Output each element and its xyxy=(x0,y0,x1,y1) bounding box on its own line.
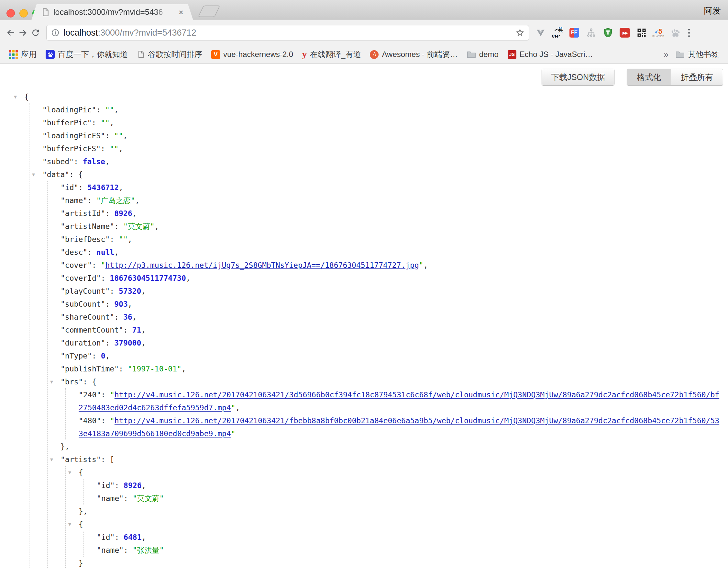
bookmark-vue-hackernews[interactable]: V vue-hackernews-2.0 xyxy=(207,50,298,59)
collapse-toggle-icon[interactable]: ▼ xyxy=(14,90,17,103)
collapse-toggle-icon[interactable]: ▼ xyxy=(50,453,53,466)
json-punct: : xyxy=(114,222,123,230)
json-punct: { xyxy=(24,93,29,101)
bookmark-google-sort[interactable]: 谷歌按时间排序 xyxy=(132,49,207,60)
json-punct: : xyxy=(105,209,114,217)
bookmark-label: 应用 xyxy=(21,49,37,60)
json-value: 57320 xyxy=(119,287,141,295)
json-line: "subCount": 903, xyxy=(48,298,721,311)
other-bookmarks-folder[interactable]: 其他书签 xyxy=(671,49,723,60)
collapse-toggle-icon[interactable]: ▼ xyxy=(68,466,71,479)
json-key: "name" xyxy=(97,494,124,503)
json-line: "publishTime": "1997-10-01", xyxy=(48,362,721,375)
page-info-icon[interactable] xyxy=(51,28,60,37)
json-key: "id" xyxy=(97,481,115,490)
fast-forward-icon[interactable]: ▶▶ xyxy=(619,26,631,39)
json-punct: , xyxy=(128,300,132,308)
paw-extension-icon[interactable] xyxy=(669,26,681,39)
translate-icon[interactable]: 英 en xyxy=(552,26,563,39)
bookmark-awesomes[interactable]: A Awesomes - 前端资… xyxy=(365,49,462,60)
json-punct: : xyxy=(101,391,110,399)
bookmark-baidu[interactable]: 百度一下，你就知道 xyxy=(41,49,132,60)
close-window-icon[interactable] xyxy=(6,9,15,17)
json-key: "shareCount" xyxy=(61,313,114,321)
bookmark-star-icon[interactable] xyxy=(515,28,525,38)
refresh-button[interactable] xyxy=(29,26,42,40)
json-line: ▼{ xyxy=(24,90,721,103)
json-line: "loadingPicFS": "", xyxy=(29,129,721,142)
json-key: "brs" xyxy=(61,378,83,386)
folder-icon xyxy=(676,50,685,58)
json-key: "bufferPicFS" xyxy=(42,144,101,153)
sitemap-icon[interactable] xyxy=(585,26,597,39)
json-line: "cover": "http://p3.music.126.net/ijUg7s… xyxy=(48,259,721,272)
json-key: "artistId" xyxy=(61,209,105,217)
json-punct: , xyxy=(114,248,119,256)
url-host: localhost xyxy=(63,28,98,38)
json-line: "nType": 0, xyxy=(48,350,721,362)
json-key: "240" xyxy=(79,391,101,399)
json-punct: : xyxy=(110,287,119,295)
bookmark-echojs[interactable]: JS Echo JS - JavaScri… xyxy=(503,50,598,59)
json-value: "" xyxy=(119,235,128,243)
json-punct: : xyxy=(96,106,105,114)
json-punct: , xyxy=(128,235,132,243)
vue-devtools-icon[interactable] xyxy=(535,26,546,39)
json-punct: , xyxy=(105,352,110,360)
json-punct: : xyxy=(87,248,96,256)
bookmarks-overflow-icon[interactable]: » xyxy=(661,50,671,60)
qr-code-icon[interactable] xyxy=(636,26,647,39)
json-line: "artistName": "莫文蔚", xyxy=(48,220,721,233)
json-link[interactable]: http://p3.music.126.net/ijUg7s_2S8GMbTNs… xyxy=(105,261,419,269)
json-line: "bufferPicFS": "", xyxy=(29,142,721,155)
json-key: "coverId" xyxy=(61,274,101,282)
bookmark-apps[interactable]: 应用 xyxy=(5,49,41,60)
bookmark-demo-folder[interactable]: demo xyxy=(462,50,503,59)
apps-grid-icon xyxy=(9,50,18,59)
collapse-toggle-icon[interactable]: ▼ xyxy=(68,518,71,531)
page-favicon-icon xyxy=(41,8,50,17)
json-block: "id": 6481,"name": "张洪量" xyxy=(83,531,721,557)
bookmark-label: 谷歌按时间排序 xyxy=(148,49,202,60)
json-key: "playCount" xyxy=(61,287,110,295)
html5-player-icon[interactable]: 5 PLAYER xyxy=(653,26,664,39)
bookmark-label: vue-hackernews-2.0 xyxy=(223,50,293,59)
collapse-toggle-icon[interactable]: ▼ xyxy=(50,375,53,388)
json-punct: , xyxy=(110,118,114,127)
json-link[interactable]: http://v4.music.126.net/20170421063421/3… xyxy=(79,391,719,412)
json-key: "commentCount" xyxy=(61,326,123,334)
minimize-window-icon[interactable] xyxy=(19,9,28,17)
browser-toolbar: localhost:3000/mv?mvid=5436712 英 en FE xyxy=(0,20,728,45)
json-punct: " xyxy=(110,417,115,425)
format-button[interactable]: 格式化 xyxy=(627,69,671,85)
tampermonkey-shield-icon[interactable] xyxy=(602,26,614,39)
browser-profile-name[interactable]: 阿发 xyxy=(704,5,721,17)
json-key: "artistName" xyxy=(61,222,114,230)
bookmark-youdao[interactable]: y 在线翻译_有道 xyxy=(298,49,365,60)
browser-tab[interactable]: localhost:3000/mv?mvid=5436 × xyxy=(31,4,193,20)
collapse-all-button[interactable]: 折叠所有 xyxy=(671,69,723,85)
json-line: ▼"brs": { xyxy=(48,375,721,388)
forward-button[interactable] xyxy=(17,26,29,40)
json-line: "name": "莫文蔚" xyxy=(84,492,721,505)
json-value: 379000 xyxy=(114,339,141,347)
json-punct: : xyxy=(110,235,119,243)
back-button[interactable] xyxy=(5,26,17,40)
json-punct: { xyxy=(78,170,83,179)
json-punct: , xyxy=(118,144,123,153)
new-tab-button[interactable] xyxy=(198,6,220,17)
json-punct: " xyxy=(231,429,236,438)
json-punct: : xyxy=(105,339,114,347)
collapse-toggle-icon[interactable]: ▼ xyxy=(32,168,35,181)
json-value: "1997-10-01" xyxy=(128,365,182,373)
json-punct: , xyxy=(424,261,428,269)
fe-extension-icon[interactable]: FE xyxy=(568,26,580,39)
json-link[interactable]: http://v4.music.126.net/20170421063421/f… xyxy=(79,417,719,438)
tab-close-icon[interactable]: × xyxy=(179,8,183,17)
download-json-button[interactable]: 下载JSON数据 xyxy=(542,69,614,85)
address-bar[interactable]: localhost:3000/mv?mvid=5436712 xyxy=(46,25,529,40)
url-text[interactable]: localhost:3000/mv?mvid=5436712 xyxy=(63,28,515,38)
json-line: "coverId": 18676304511774730, xyxy=(48,272,721,285)
json-key: "480" xyxy=(79,417,101,425)
browser-menu-icon[interactable] xyxy=(688,29,690,37)
